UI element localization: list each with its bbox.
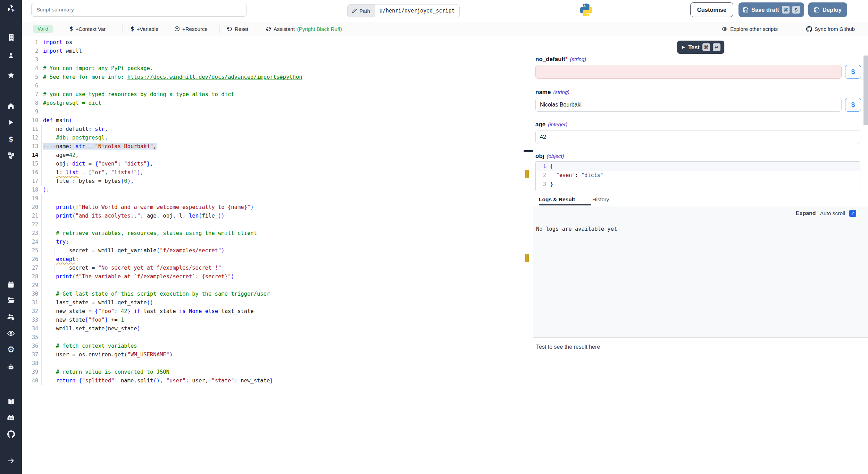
docs-link[interactable]: https://docs.windmill.dev/docs/advanced/… (127, 74, 302, 80)
customise-button[interactable]: Customise (690, 2, 733, 17)
code-line: 40 return {"splitted": name.split(), "us… (22, 376, 532, 385)
code-line: 24 try: (22, 238, 532, 246)
path-value[interactable]: u/henri/overjoyed_script (375, 4, 460, 17)
line-number: 5 (22, 73, 43, 82)
code-line: 17 file_: bytes = bytes(0), (22, 177, 532, 186)
groups-icon[interactable] (0, 311, 22, 323)
add-context-var-button[interactable]: $ +Context Var (69, 22, 106, 36)
line-number: 34 (22, 324, 43, 333)
code-line: 16 l: list = ["or", "lists!"], (22, 168, 532, 177)
line-number: 27 (22, 264, 43, 272)
line-number: 6 (22, 82, 43, 90)
code-line: 3 (22, 56, 532, 64)
no-default-input[interactable] (535, 65, 842, 79)
splitter-drag-handle[interactable] (524, 150, 533, 152)
json-line-number: 1 (536, 162, 550, 171)
save-draft-button[interactable]: Save draft ⌘ S (738, 2, 804, 17)
sync-github-button[interactable]: Sync from Github (806, 22, 855, 36)
name-var-picker-button[interactable]: $ (845, 98, 861, 112)
code-text: #postgresql = dict (43, 99, 101, 108)
folders-icon[interactable] (0, 294, 22, 306)
field-label-obj: obj(object) (535, 153, 564, 160)
code-line: 15 obj: dict = {"even": "dicts"}, (22, 160, 532, 168)
line-number: 16 (22, 168, 43, 177)
json-line: 3} (536, 180, 860, 189)
code-line: 34 wmill.set_state(new_state) (22, 324, 532, 333)
autoscroll-label: Auto scroll (820, 210, 845, 217)
required-star: * (565, 56, 568, 62)
workers-robot-icon[interactable] (0, 361, 22, 373)
explore-scripts-button[interactable]: Explore other scripts (722, 22, 778, 36)
settings-gear-icon[interactable]: ⚙ (0, 344, 22, 355)
toolbar-separator (219, 25, 220, 33)
add-resource-button[interactable]: +Resource (174, 22, 208, 36)
line-number: 9 (22, 108, 43, 116)
reset-button[interactable]: Reset (227, 22, 248, 36)
expand-sidebar-arrow-icon[interactable] (0, 455, 22, 467)
age-input[interactable] (535, 130, 860, 144)
code-line: 25 secret = wmill.get_variable("f/exampl… (22, 246, 532, 255)
schedules-calendar-icon[interactable] (0, 279, 22, 290)
add-variable-button[interactable]: $ +Variable (131, 22, 158, 36)
code-text: obj: dict = {"even": "dicts"}, (43, 160, 153, 168)
eye-icon (722, 26, 728, 32)
audit-eye-icon[interactable] (0, 327, 22, 339)
path-pill[interactable]: Path u/henri/overjoyed_script (347, 4, 460, 17)
obj-json-editor[interactable]: 1{2 "even": "dicts"3} (535, 161, 860, 191)
script-summary-input[interactable] (31, 3, 247, 17)
code-line: 12 #db: postgresql, (22, 134, 532, 142)
json-text: } (550, 180, 553, 189)
line-number: 7 (22, 90, 43, 99)
line-number: 28 (22, 272, 43, 281)
play-icon (681, 45, 685, 50)
name-input[interactable] (535, 98, 842, 112)
code-text: # Get last state of this script executio… (43, 290, 270, 298)
docs-book-icon[interactable] (0, 396, 22, 408)
home-icon[interactable] (0, 100, 22, 112)
windmill-logo-icon[interactable] (0, 3, 22, 15)
line-number: 13 (22, 142, 43, 151)
line-number: 11 (22, 125, 43, 134)
field-label-name: name(string) (535, 89, 569, 96)
tab-logs-result[interactable]: Logs & Result (539, 192, 591, 205)
code-text: print("and its acolytes..", age, obj, l,… (43, 212, 225, 220)
path-label: Path (347, 4, 375, 17)
code-editor[interactable]: 1import os2import wmill34# You can impor… (22, 36, 532, 474)
vertical-splitter[interactable] (532, 36, 532, 474)
line-number: 39 (22, 368, 43, 376)
code-text: print(f"The variable at `f/examples/secr… (43, 272, 234, 281)
discord-icon[interactable] (0, 412, 22, 424)
runs-play-icon[interactable] (0, 116, 22, 128)
code-line: 26 except: (22, 255, 532, 264)
toolbar-separator (258, 25, 258, 33)
code-line: 31 last_state = wmill.get_state() (22, 298, 532, 307)
favorites-star-icon[interactable] (0, 69, 22, 81)
line-number: 10 (22, 116, 43, 125)
assistant-button[interactable]: Assistant (Pyright Black Ruff) (266, 22, 342, 36)
code-text: ····name: str = "Nicolas Bourbaki", (43, 142, 157, 151)
deploy-button[interactable]: Deploy (808, 2, 847, 17)
code-line: 10def main( (22, 116, 532, 125)
expand-button[interactable]: Expand (796, 210, 816, 217)
code-line: 13····name: str = "Nicolas Bourbaki", (22, 142, 532, 151)
resources-cubes-icon[interactable] (0, 150, 22, 161)
line-number: 17 (22, 177, 43, 186)
no-default-var-picker-button[interactable]: $ (845, 65, 861, 79)
github-icon[interactable] (0, 428, 22, 440)
line-number: 18 (22, 186, 43, 194)
line-number: 31 (22, 298, 43, 307)
workspace-building-icon[interactable] (0, 32, 22, 43)
autoscroll-checkbox[interactable]: ✓ (849, 210, 856, 217)
line-number: 12 (22, 134, 43, 142)
code-text: # return value is converted to JSON (43, 368, 169, 376)
code-line: 5# See here for more info: https://docs.… (22, 73, 532, 82)
variables-dollar-icon[interactable]: $ (0, 133, 22, 145)
code-text: def main( (43, 116, 72, 125)
user-icon[interactable] (0, 50, 22, 61)
tab-history[interactable]: History (592, 192, 609, 205)
code-line: 30 # Get last state of this script execu… (22, 290, 532, 298)
panel-scrollbar-thumb[interactable] (863, 56, 868, 125)
logs-tab-bar: Logs & Result History (533, 192, 868, 206)
code-line: 35 (22, 333, 532, 342)
test-button[interactable]: Test ⌘ ↵ (677, 41, 724, 54)
